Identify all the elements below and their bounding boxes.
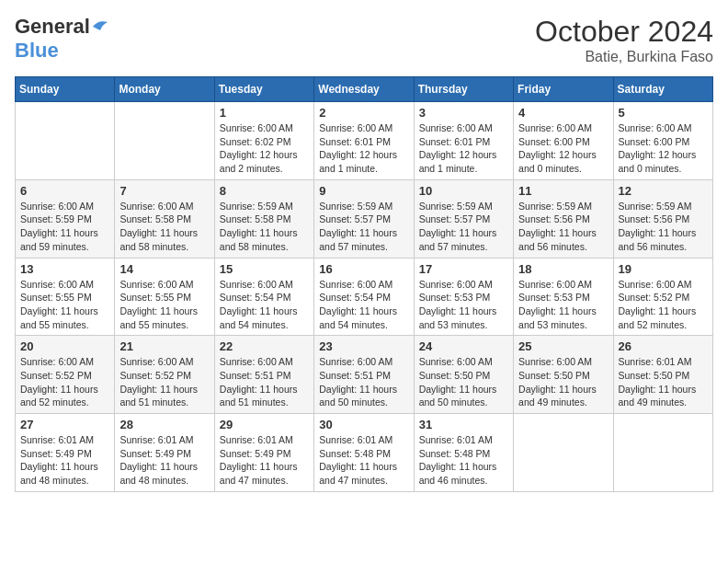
day-info: Sunrise: 6:00 AMSunset: 5:52 PMDaylight:… <box>20 355 109 409</box>
table-row <box>613 414 712 492</box>
day-info: Sunrise: 6:01 AMSunset: 5:50 PMDaylight:… <box>619 355 708 409</box>
table-row <box>115 102 214 180</box>
table-row: 26Sunrise: 6:01 AMSunset: 5:50 PMDayligh… <box>613 336 712 414</box>
day-info: Sunrise: 6:00 AMSunset: 5:50 PMDaylight:… <box>518 355 608 409</box>
day-info: Sunrise: 6:01 AMSunset: 5:49 PMDaylight:… <box>119 433 209 488</box>
day-number: 22 <box>220 339 309 353</box>
table-row: 12Sunrise: 5:59 AMSunset: 5:56 PMDayligh… <box>613 179 712 258</box>
day-number: 15 <box>220 262 309 276</box>
day-info: Sunrise: 6:00 AMSunset: 6:01 PMDaylight:… <box>319 121 408 176</box>
table-row: 14Sunrise: 6:00 AMSunset: 5:55 PMDayligh… <box>115 258 214 336</box>
table-row: 9Sunrise: 5:59 AMSunset: 5:57 PMDaylight… <box>314 179 414 258</box>
day-number: 25 <box>518 339 608 353</box>
header-wednesday: Wednesday <box>314 77 414 102</box>
table-row: 7Sunrise: 6:00 AMSunset: 5:58 PMDaylight… <box>115 179 214 258</box>
table-row: 29Sunrise: 6:01 AMSunset: 5:49 PMDayligh… <box>214 414 313 492</box>
day-info: Sunrise: 6:00 AMSunset: 6:00 PMDaylight:… <box>518 121 608 176</box>
day-number: 13 <box>20 262 109 276</box>
day-info: Sunrise: 5:59 AMSunset: 5:56 PMDaylight:… <box>518 200 608 254</box>
day-info: Sunrise: 5:59 AMSunset: 5:58 PMDaylight:… <box>220 200 309 254</box>
table-row: 5Sunrise: 6:00 AMSunset: 6:00 PMDaylight… <box>613 102 712 180</box>
table-row: 31Sunrise: 6:01 AMSunset: 5:48 PMDayligh… <box>414 414 513 492</box>
logo-blue-text: Blue <box>15 39 59 63</box>
calendar-week-row: 1Sunrise: 6:00 AMSunset: 6:02 PMDaylight… <box>16 102 713 180</box>
day-number: 21 <box>119 339 209 353</box>
table-row: 13Sunrise: 6:00 AMSunset: 5:55 PMDayligh… <box>16 258 115 336</box>
table-row: 8Sunrise: 5:59 AMSunset: 5:58 PMDaylight… <box>214 179 313 258</box>
day-info: Sunrise: 6:01 AMSunset: 5:48 PMDaylight:… <box>419 433 508 488</box>
logo-general-wrap: General <box>15 15 110 39</box>
day-number: 4 <box>518 106 608 120</box>
title-block: October 2024 Batie, Burkina Faso <box>535 15 713 65</box>
day-number: 12 <box>619 184 708 198</box>
table-row: 19Sunrise: 6:00 AMSunset: 5:52 PMDayligh… <box>613 258 712 336</box>
day-info: Sunrise: 5:59 AMSunset: 5:57 PMDaylight:… <box>419 200 508 254</box>
header-monday: Monday <box>115 77 214 102</box>
page-header: General Blue October 2024 Batie, Burkina… <box>15 15 713 65</box>
table-row: 6Sunrise: 6:00 AMSunset: 5:59 PMDaylight… <box>16 179 115 258</box>
day-number: 31 <box>419 418 508 431</box>
day-number: 19 <box>619 262 708 276</box>
logo-bird-icon <box>91 17 109 36</box>
calendar-week-row: 20Sunrise: 6:00 AMSunset: 5:52 PMDayligh… <box>16 336 713 414</box>
table-row: 1Sunrise: 6:00 AMSunset: 6:02 PMDaylight… <box>214 102 313 180</box>
table-row: 4Sunrise: 6:00 AMSunset: 6:00 PMDaylight… <box>514 102 613 180</box>
day-info: Sunrise: 6:00 AMSunset: 5:55 PMDaylight:… <box>119 278 209 332</box>
day-number: 20 <box>20 339 109 353</box>
table-row: 28Sunrise: 6:01 AMSunset: 5:49 PMDayligh… <box>115 414 214 492</box>
day-number: 10 <box>419 184 508 198</box>
day-info: Sunrise: 6:00 AMSunset: 6:02 PMDaylight:… <box>220 121 309 176</box>
day-info: Sunrise: 6:00 AMSunset: 5:54 PMDaylight:… <box>220 278 309 332</box>
day-number: 28 <box>119 418 209 431</box>
table-row: 16Sunrise: 6:00 AMSunset: 5:54 PMDayligh… <box>314 258 414 336</box>
calendar-header-row: Sunday Monday Tuesday Wednesday Thursday… <box>16 77 713 102</box>
day-info: Sunrise: 6:00 AMSunset: 6:00 PMDaylight:… <box>619 121 708 176</box>
logo-general-text: General <box>15 15 90 39</box>
table-row: 21Sunrise: 6:00 AMSunset: 5:52 PMDayligh… <box>115 336 214 414</box>
day-number: 23 <box>319 339 408 353</box>
day-info: Sunrise: 6:00 AMSunset: 5:59 PMDaylight:… <box>20 200 109 254</box>
calendar-week-row: 13Sunrise: 6:00 AMSunset: 5:55 PMDayligh… <box>16 258 713 336</box>
day-number: 1 <box>220 106 309 120</box>
day-number: 14 <box>119 262 209 276</box>
header-sunday: Sunday <box>16 77 115 102</box>
calendar-table: Sunday Monday Tuesday Wednesday Thursday… <box>15 76 713 492</box>
calendar-week-row: 6Sunrise: 6:00 AMSunset: 5:59 PMDaylight… <box>16 179 713 258</box>
day-info: Sunrise: 6:01 AMSunset: 5:49 PMDaylight:… <box>220 433 309 488</box>
day-number: 6 <box>20 184 109 198</box>
table-row <box>514 414 613 492</box>
month-title: October 2024 <box>535 15 713 49</box>
table-row <box>16 102 115 180</box>
table-row: 18Sunrise: 6:00 AMSunset: 5:53 PMDayligh… <box>514 258 613 336</box>
day-number: 9 <box>319 184 408 198</box>
day-number: 7 <box>119 184 209 198</box>
table-row: 3Sunrise: 6:00 AMSunset: 6:01 PMDaylight… <box>414 102 513 180</box>
day-info: Sunrise: 6:01 AMSunset: 5:49 PMDaylight:… <box>20 433 109 488</box>
day-info: Sunrise: 5:59 AMSunset: 5:56 PMDaylight:… <box>619 200 708 254</box>
day-info: Sunrise: 6:00 AMSunset: 5:50 PMDaylight:… <box>419 355 508 409</box>
day-number: 16 <box>319 262 408 276</box>
table-row: 17Sunrise: 6:00 AMSunset: 5:53 PMDayligh… <box>414 258 513 336</box>
table-row: 23Sunrise: 6:00 AMSunset: 5:51 PMDayligh… <box>314 336 414 414</box>
table-row: 30Sunrise: 6:01 AMSunset: 5:48 PMDayligh… <box>314 414 414 492</box>
day-number: 3 <box>419 106 508 120</box>
table-row: 15Sunrise: 6:00 AMSunset: 5:54 PMDayligh… <box>214 258 313 336</box>
table-row: 11Sunrise: 5:59 AMSunset: 5:56 PMDayligh… <box>514 179 613 258</box>
location: Batie, Burkina Faso <box>535 49 713 65</box>
day-number: 26 <box>619 339 708 353</box>
day-info: Sunrise: 6:00 AMSunset: 5:53 PMDaylight:… <box>518 278 608 332</box>
day-number: 17 <box>419 262 508 276</box>
day-number: 2 <box>319 106 408 120</box>
table-row: 27Sunrise: 6:01 AMSunset: 5:49 PMDayligh… <box>16 414 115 492</box>
calendar-week-row: 27Sunrise: 6:01 AMSunset: 5:49 PMDayligh… <box>16 414 713 492</box>
table-row: 24Sunrise: 6:00 AMSunset: 5:50 PMDayligh… <box>414 336 513 414</box>
day-number: 8 <box>220 184 309 198</box>
day-info: Sunrise: 6:01 AMSunset: 5:48 PMDaylight:… <box>319 433 408 488</box>
day-info: Sunrise: 6:00 AMSunset: 5:52 PMDaylight:… <box>619 278 708 332</box>
day-number: 29 <box>220 418 309 431</box>
table-row: 20Sunrise: 6:00 AMSunset: 5:52 PMDayligh… <box>16 336 115 414</box>
table-row: 10Sunrise: 5:59 AMSunset: 5:57 PMDayligh… <box>414 179 513 258</box>
table-row: 22Sunrise: 6:00 AMSunset: 5:51 PMDayligh… <box>214 336 313 414</box>
header-friday: Friday <box>514 77 613 102</box>
day-info: Sunrise: 6:00 AMSunset: 5:55 PMDaylight:… <box>20 278 109 332</box>
